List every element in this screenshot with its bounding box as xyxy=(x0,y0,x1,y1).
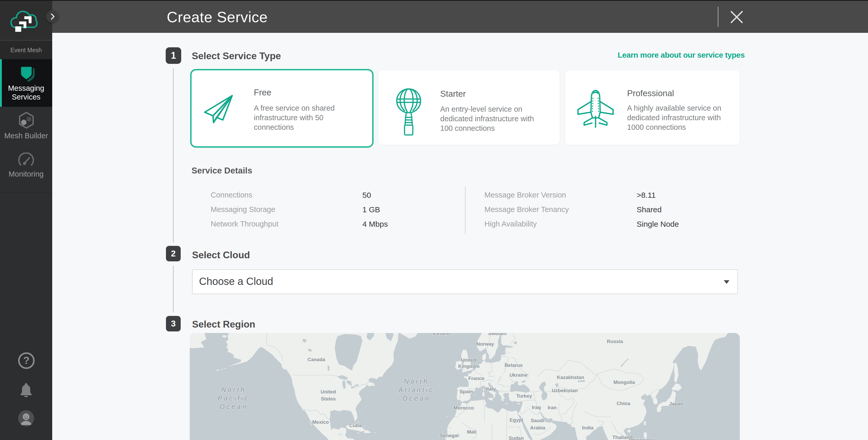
svg-text:North: North xyxy=(221,386,246,393)
svg-text:Kingdom: Kingdom xyxy=(458,364,479,369)
svg-text:Kazakhstan: Kazakhstan xyxy=(557,375,584,380)
svg-text:France: France xyxy=(468,376,485,381)
svg-text:Pacific: Pacific xyxy=(218,395,250,402)
svg-text:Ocean: Ocean xyxy=(402,395,431,402)
svg-text:Morocco: Morocco xyxy=(454,405,474,411)
svg-text:United: United xyxy=(461,357,476,363)
svg-text:Iceland: Iceland xyxy=(433,333,450,336)
svg-text:Ocean: Ocean xyxy=(220,403,248,410)
svg-text:Senegal: Senegal xyxy=(440,433,459,438)
svg-text:Ukraine: Ukraine xyxy=(509,372,528,378)
svg-text:United: United xyxy=(320,389,336,395)
svg-text:Japan: Japan xyxy=(669,401,683,406)
svg-text:China: China xyxy=(617,401,630,406)
svg-text:?: ? xyxy=(23,355,29,366)
svg-text:Russia: Russia xyxy=(607,339,623,344)
svg-text:Mali: Mali xyxy=(467,429,477,435)
svg-text:Uzbekistan: Uzbekistan xyxy=(552,388,578,393)
svg-text:Mexico: Mexico xyxy=(312,419,329,425)
svg-text:Philippines: Philippines xyxy=(629,437,655,440)
svg-text:Mongolia: Mongolia xyxy=(613,379,635,385)
svg-text:Arabia: Arabia xyxy=(530,425,546,431)
svg-text:Sudan: Sudan xyxy=(509,435,524,440)
svg-text:North: North xyxy=(404,378,429,385)
svg-text:Iran: Iran xyxy=(548,405,557,410)
svg-text:Sweden: Sweden xyxy=(488,333,507,336)
svg-text:Egypt: Egypt xyxy=(510,417,523,423)
svg-text:Cuba: Cuba xyxy=(349,423,362,428)
svg-text:India: India xyxy=(582,425,594,431)
svg-text:Saudi: Saudi xyxy=(531,418,544,423)
svg-text:Atlantic: Atlantic xyxy=(398,386,434,394)
svg-text:Iraq: Iraq xyxy=(532,405,541,410)
svg-text:Turkey: Turkey xyxy=(517,393,532,399)
svg-text:Norway: Norway xyxy=(476,341,494,347)
svg-text:Canada: Canada xyxy=(308,357,326,362)
svg-text:States: States xyxy=(321,396,336,402)
svg-text:Spain: Spain xyxy=(460,389,473,394)
svg-text:Italy: Italy xyxy=(486,386,496,392)
svg-text:Belarus: Belarus xyxy=(504,363,523,368)
